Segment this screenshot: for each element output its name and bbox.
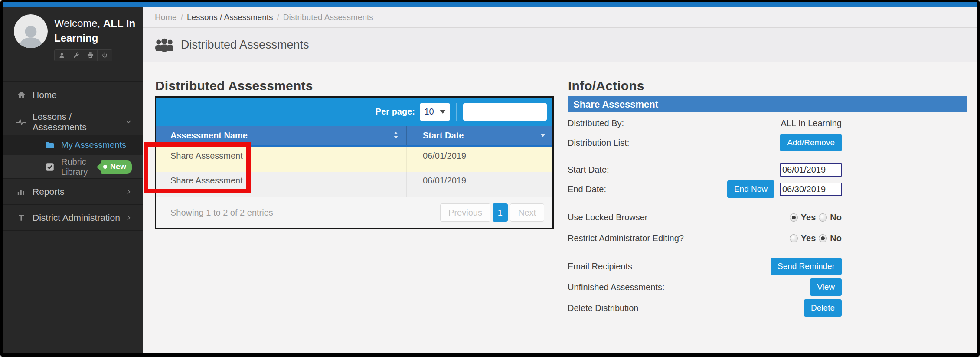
main-area: Home / Lessons / Assessments / Distribut…	[143, 7, 977, 353]
row-label: Restrict Administrator Editing?	[568, 233, 684, 243]
top-accent-strip	[3, 2, 977, 7]
info-row-end-date: End Date: End Now	[568, 179, 842, 200]
view-button[interactable]: View	[810, 278, 842, 296]
app-body: Welcome, ALL In Learning	[3, 7, 977, 353]
row-label: End Date:	[568, 184, 606, 194]
restrict-editing-yes-radio[interactable]	[790, 234, 798, 242]
info-row-email-recipients: Email Recipients: Send Reminder	[568, 256, 842, 277]
divider	[568, 157, 950, 157]
assessments-table: Per page: 10 Assessment Name	[155, 96, 554, 229]
end-date-input[interactable]	[780, 183, 842, 196]
yes-label: Yes	[801, 213, 816, 223]
info-row-distributed-by: Distributed By: ALL In Learning	[568, 114, 842, 132]
table-toolbar: Per page: 10	[156, 98, 552, 126]
sort-icon	[392, 131, 399, 140]
sidebar-item-label: Home	[33, 90, 57, 100]
users-group-icon	[155, 38, 174, 52]
sidebar-item-label: District Administration	[33, 213, 120, 223]
row-label: Distributed By:	[568, 118, 624, 128]
cell-assessment-name: Share Assessment	[156, 172, 406, 197]
sidebar-item-lessons-assessments[interactable]: Lessons / Assessments	[3, 108, 143, 135]
table-row[interactable]: Share Assessment 06/01/2019	[156, 147, 552, 172]
person-silhouette-icon	[17, 22, 45, 48]
page-1-button[interactable]: 1	[493, 203, 508, 222]
select-caret-icon	[440, 110, 446, 114]
info-row-delete-distribution: Delete Distribution Delete	[568, 298, 842, 318]
breadcrumb-separator: /	[181, 13, 183, 22]
profile-action-bar	[54, 49, 112, 61]
yes-label: Yes	[801, 233, 816, 243]
no-label: No	[830, 233, 842, 243]
sidebar-item-reports[interactable]: Reports	[3, 179, 143, 205]
breadcrumb: Home / Lessons / Assessments / Distribut…	[143, 7, 977, 28]
column-header-label: Start Date	[423, 131, 464, 141]
table-footer: Showing 1 to 2 of 2 entries Previous 1 N…	[156, 197, 552, 228]
cell-start-date: 06/01/2019	[406, 172, 552, 197]
sidebar-item-district-administration[interactable]: District Administration	[3, 205, 143, 231]
page-header: Distributed Assessments	[143, 28, 977, 62]
sidebar-item-my-assessments[interactable]: My Assessments	[3, 135, 143, 155]
sidebar: Welcome, ALL In Learning	[3, 7, 143, 353]
locked-browser-no-radio[interactable]	[819, 213, 827, 222]
user-icon[interactable]	[55, 50, 69, 61]
badge-label: New	[110, 162, 126, 171]
power-icon[interactable]	[98, 50, 112, 61]
entries-summary: Showing 1 to 2 of 2 entries	[170, 208, 273, 218]
sidebar-item-rubric-library[interactable]: Rubric Library New	[3, 155, 143, 179]
row-label: Email Recipients:	[568, 262, 635, 272]
info-row-unfinished-assessments: Unfinished Assessments: View	[568, 277, 842, 298]
table-search-input[interactable]	[463, 103, 547, 121]
previous-button[interactable]: Previous	[440, 203, 490, 222]
locked-browser-radio-group: Yes No	[790, 213, 842, 223]
column-header-assessment-name[interactable]: Assessment Name	[156, 126, 406, 145]
badge-dot-icon	[103, 165, 107, 169]
check-square-icon	[45, 163, 55, 171]
next-button[interactable]: Next	[510, 203, 544, 222]
locked-browser-yes-radio[interactable]	[790, 213, 798, 222]
table-section-title: Distributed Assessments	[155, 79, 554, 93]
row-label: Delete Distribution	[568, 303, 638, 313]
breadcrumb-current: Distributed Assessments	[283, 13, 373, 22]
send-reminder-button[interactable]: Send Reminder	[771, 258, 842, 275]
column-header-start-date[interactable]: Start Date	[406, 126, 552, 145]
restrict-editing-radio-group: Yes No	[790, 233, 842, 243]
activity-icon	[16, 118, 26, 126]
breadcrumb-separator: /	[277, 13, 279, 22]
sidebar-menu: Home Lessons / Assessments My Assessm	[3, 81, 143, 231]
wrench-icon[interactable]	[69, 50, 83, 61]
folder-icon	[45, 141, 55, 149]
breadcrumb-lessons-assessments[interactable]: Lessons / Assessments	[187, 13, 273, 22]
toolbar-divider	[456, 103, 457, 121]
column-header-label: Assessment Name	[170, 131, 248, 141]
per-page-select[interactable]: 10	[420, 103, 450, 121]
content: Distributed Assessments Per page: 10	[143, 62, 977, 353]
add-remove-button[interactable]: Add/Remove	[780, 134, 842, 151]
cell-start-date: 06/01/2019	[406, 147, 552, 172]
table-header-row: Assessment Name Start Date	[156, 126, 552, 147]
sidebar-item-label: Rubric Library	[61, 157, 101, 177]
sidebar-item-label: Reports	[33, 187, 65, 197]
printer-icon[interactable]	[83, 50, 98, 61]
welcome-prefix: Welcome,	[54, 17, 100, 29]
home-icon	[16, 90, 26, 99]
cell-assessment-name: Share Assessment	[156, 147, 406, 172]
sidebar-item-label: Lessons / Assessments	[33, 111, 125, 132]
start-date-input[interactable]	[780, 163, 842, 177]
info-row-restrict-admin-editing: Restrict Administrator Editing? Yes No	[568, 228, 842, 249]
gavel-icon	[16, 213, 26, 222]
sidebar-item-home[interactable]: Home	[3, 82, 143, 108]
delete-button[interactable]: Delete	[804, 299, 842, 317]
chevron-right-icon	[126, 189, 132, 195]
avatar	[14, 14, 48, 48]
table-row[interactable]: Share Assessment 06/01/2019	[156, 172, 552, 197]
pagination: Previous 1 Next	[440, 203, 544, 222]
distributed-by-value: ALL In Learning	[781, 118, 842, 128]
page-title: Distributed Assessments	[181, 38, 309, 52]
restrict-editing-no-radio[interactable]	[819, 234, 827, 242]
end-now-button[interactable]: End Now	[727, 180, 774, 198]
per-page-label: Per page:	[376, 107, 415, 117]
breadcrumb-home[interactable]: Home	[155, 13, 177, 22]
new-badge: New	[101, 160, 132, 174]
info-row-start-date: Start Date:	[568, 160, 842, 179]
sidebar-item-label: My Assessments	[61, 140, 126, 150]
